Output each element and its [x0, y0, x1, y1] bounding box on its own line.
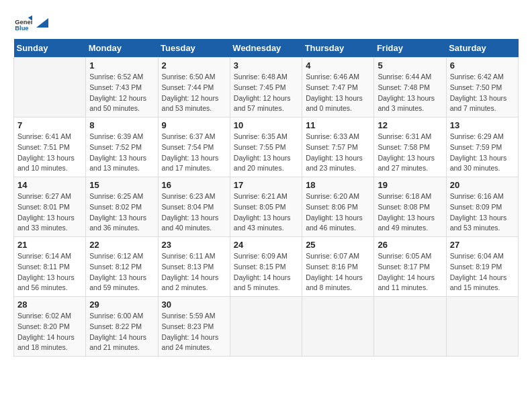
calendar-cell	[14, 58, 86, 118]
day-number: 5	[378, 60, 442, 71]
day-info: Sunrise: 6:48 AM Sunset: 7:45 PM Dayligh…	[234, 72, 298, 114]
day-number: 2	[162, 60, 226, 71]
calendar-cell: 29Sunrise: 6:00 AM Sunset: 8:22 PM Dayli…	[86, 297, 158, 357]
calendar-week-row: 28Sunrise: 6:02 AM Sunset: 8:20 PM Dayli…	[14, 297, 519, 357]
day-info: Sunrise: 6:42 AM Sunset: 7:50 PM Dayligh…	[450, 72, 515, 114]
day-number: 27	[450, 240, 515, 250]
calendar-cell: 21Sunrise: 6:14 AM Sunset: 8:11 PM Dayli…	[14, 237, 86, 297]
day-number: 29	[89, 300, 154, 310]
calendar-week-row: 7Sunrise: 6:41 AM Sunset: 7:51 PM Daylig…	[14, 118, 519, 177]
calendar-cell: 2Sunrise: 6:50 AM Sunset: 7:44 PM Daylig…	[158, 58, 230, 118]
day-info: Sunrise: 6:00 AM Sunset: 8:22 PM Dayligh…	[89, 311, 154, 353]
day-info: Sunrise: 6:41 AM Sunset: 7:51 PM Dayligh…	[17, 132, 82, 174]
day-number: 6	[450, 60, 515, 71]
calendar-cell	[446, 297, 518, 357]
day-number: 10	[234, 120, 298, 130]
calendar-cell: 15Sunrise: 6:25 AM Sunset: 8:02 PM Dayli…	[86, 177, 158, 237]
day-number: 25	[306, 240, 370, 250]
calendar-cell: 17Sunrise: 6:21 AM Sunset: 8:05 PM Dayli…	[230, 177, 302, 237]
day-info: Sunrise: 6:11 AM Sunset: 8:13 PM Dayligh…	[162, 251, 226, 293]
day-number: 23	[162, 240, 226, 250]
day-number: 1	[89, 60, 154, 71]
day-info: Sunrise: 6:23 AM Sunset: 8:04 PM Dayligh…	[162, 191, 226, 234]
day-info: Sunrise: 6:16 AM Sunset: 8:09 PM Dayligh…	[450, 191, 515, 234]
svg-marker-4	[36, 18, 48, 28]
calendar-cell: 5Sunrise: 6:44 AM Sunset: 7:48 PM Daylig…	[374, 58, 446, 118]
svg-text:General: General	[15, 19, 32, 26]
day-info: Sunrise: 6:05 AM Sunset: 8:17 PM Dayligh…	[378, 251, 442, 293]
day-info: Sunrise: 6:44 AM Sunset: 7:48 PM Dayligh…	[378, 72, 442, 114]
calendar-cell: 7Sunrise: 6:41 AM Sunset: 7:51 PM Daylig…	[14, 118, 86, 177]
day-number: 17	[234, 180, 298, 190]
day-info: Sunrise: 6:50 AM Sunset: 7:44 PM Dayligh…	[162, 72, 226, 114]
day-info: Sunrise: 6:25 AM Sunset: 8:02 PM Dayligh…	[89, 191, 154, 234]
calendar-cell: 10Sunrise: 6:35 AM Sunset: 7:55 PM Dayli…	[230, 118, 302, 177]
logo-icon: General Blue	[13, 13, 32, 32]
header-saturday: Saturday	[446, 39, 518, 58]
header-wednesday: Wednesday	[230, 39, 302, 58]
day-info: Sunrise: 6:21 AM Sunset: 8:05 PM Dayligh…	[234, 191, 298, 234]
day-number: 20	[450, 180, 515, 190]
day-number: 3	[234, 60, 298, 71]
calendar-cell: 4Sunrise: 6:46 AM Sunset: 7:47 PM Daylig…	[302, 58, 374, 118]
day-info: Sunrise: 6:31 AM Sunset: 7:58 PM Dayligh…	[378, 132, 442, 174]
day-info: Sunrise: 6:33 AM Sunset: 7:57 PM Dayligh…	[306, 132, 370, 174]
day-number: 13	[450, 120, 515, 130]
day-number: 8	[89, 120, 154, 130]
day-info: Sunrise: 6:07 AM Sunset: 8:16 PM Dayligh…	[306, 251, 370, 293]
day-number: 24	[234, 240, 298, 250]
day-number: 19	[378, 180, 442, 190]
day-info: Sunrise: 6:27 AM Sunset: 8:01 PM Dayligh…	[17, 191, 82, 234]
day-info: Sunrise: 6:39 AM Sunset: 7:52 PM Dayligh…	[89, 132, 154, 174]
day-number: 18	[306, 180, 370, 190]
calendar-week-row: 1Sunrise: 6:52 AM Sunset: 7:43 PM Daylig…	[14, 58, 519, 118]
calendar-cell: 12Sunrise: 6:31 AM Sunset: 7:58 PM Dayli…	[374, 118, 446, 177]
calendar-cell: 9Sunrise: 6:37 AM Sunset: 7:54 PM Daylig…	[158, 118, 230, 177]
day-info: Sunrise: 6:46 AM Sunset: 7:47 PM Dayligh…	[306, 72, 370, 114]
day-number: 21	[17, 240, 82, 250]
day-number: 4	[306, 60, 370, 71]
day-number: 30	[162, 300, 226, 310]
calendar-cell: 1Sunrise: 6:52 AM Sunset: 7:43 PM Daylig…	[86, 58, 158, 118]
day-info: Sunrise: 6:09 AM Sunset: 8:15 PM Dayligh…	[234, 251, 298, 293]
calendar-week-row: 14Sunrise: 6:27 AM Sunset: 8:01 PM Dayli…	[14, 177, 519, 237]
day-info: Sunrise: 6:37 AM Sunset: 7:54 PM Dayligh…	[162, 132, 226, 174]
calendar-cell	[302, 297, 374, 357]
header-thursday: Thursday	[302, 39, 374, 58]
calendar-cell: 16Sunrise: 6:23 AM Sunset: 8:04 PM Dayli…	[158, 177, 230, 237]
calendar-cell: 6Sunrise: 6:42 AM Sunset: 7:50 PM Daylig…	[446, 58, 518, 118]
day-info: Sunrise: 6:02 AM Sunset: 8:20 PM Dayligh…	[17, 311, 82, 353]
day-info: Sunrise: 6:35 AM Sunset: 7:55 PM Dayligh…	[234, 132, 298, 174]
logo-triangle-icon	[36, 18, 48, 28]
calendar-cell: 28Sunrise: 6:02 AM Sunset: 8:20 PM Dayli…	[14, 297, 86, 357]
logo: General Blue	[13, 13, 48, 32]
calendar-cell: 27Sunrise: 6:04 AM Sunset: 8:19 PM Dayli…	[446, 237, 518, 297]
day-number: 9	[162, 120, 226, 130]
calendar-cell: 26Sunrise: 6:05 AM Sunset: 8:17 PM Dayli…	[374, 237, 446, 297]
day-number: 28	[17, 300, 82, 310]
day-number: 16	[162, 180, 226, 190]
calendar-cell: 11Sunrise: 6:33 AM Sunset: 7:57 PM Dayli…	[302, 118, 374, 177]
day-number: 14	[17, 180, 82, 190]
calendar-cell: 23Sunrise: 6:11 AM Sunset: 8:13 PM Dayli…	[158, 237, 230, 297]
day-number: 12	[378, 120, 442, 130]
svg-text:Blue: Blue	[15, 25, 28, 32]
day-number: 11	[306, 120, 370, 130]
calendar-header-row: SundayMondayTuesdayWednesdayThursdayFrid…	[14, 39, 519, 58]
header-monday: Monday	[86, 39, 158, 58]
calendar-table: SundayMondayTuesdayWednesdayThursdayFrid…	[13, 39, 519, 357]
page-header: General Blue	[13, 13, 519, 32]
day-info: Sunrise: 6:18 AM Sunset: 8:08 PM Dayligh…	[378, 191, 442, 234]
calendar-cell: 3Sunrise: 6:48 AM Sunset: 7:45 PM Daylig…	[230, 58, 302, 118]
calendar-cell: 14Sunrise: 6:27 AM Sunset: 8:01 PM Dayli…	[14, 177, 86, 237]
calendar-cell: 19Sunrise: 6:18 AM Sunset: 8:08 PM Dayli…	[374, 177, 446, 237]
day-info: Sunrise: 6:04 AM Sunset: 8:19 PM Dayligh…	[450, 251, 515, 293]
day-number: 7	[17, 120, 82, 130]
calendar-cell: 8Sunrise: 6:39 AM Sunset: 7:52 PM Daylig…	[86, 118, 158, 177]
day-info: Sunrise: 6:20 AM Sunset: 8:06 PM Dayligh…	[306, 191, 370, 234]
day-info: Sunrise: 6:29 AM Sunset: 7:59 PM Dayligh…	[450, 132, 515, 174]
day-info: Sunrise: 6:12 AM Sunset: 8:12 PM Dayligh…	[89, 251, 154, 293]
header-sunday: Sunday	[14, 39, 86, 58]
day-info: Sunrise: 5:59 AM Sunset: 8:23 PM Dayligh…	[162, 311, 226, 353]
header-tuesday: Tuesday	[158, 39, 230, 58]
